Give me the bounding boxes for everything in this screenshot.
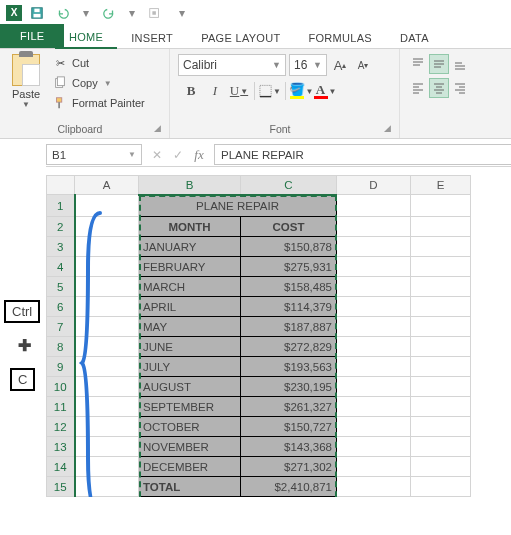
cell-E10[interactable] [411,377,471,397]
cell-D13[interactable] [337,437,411,457]
repeat-button[interactable] [144,2,166,24]
cell-E4[interactable] [411,257,471,277]
decrease-font-button[interactable]: A▾ [353,54,373,76]
cell-D1[interactable] [337,195,411,217]
row-head-14[interactable]: 14 [47,457,75,477]
undo-button[interactable] [52,2,74,24]
cell-D4[interactable] [337,257,411,277]
col-head-D[interactable]: D [337,176,411,195]
cell-E9[interactable] [411,357,471,377]
align-left-button[interactable] [408,78,428,98]
row-head-6[interactable]: 6 [47,297,75,317]
cell-C11[interactable]: $261,327 [241,397,337,417]
cell-E12[interactable] [411,417,471,437]
copy-dropdown-icon[interactable]: ▼ [104,79,112,88]
cell-E7[interactable] [411,317,471,337]
row-head-11[interactable]: 11 [47,397,75,417]
cell-C14[interactable]: $271,302 [241,457,337,477]
align-center-button[interactable] [429,78,449,98]
col-head-B[interactable]: B [139,176,241,195]
qat-customize-icon[interactable]: ▾ [174,6,190,20]
save-button[interactable] [26,2,48,24]
cell-E8[interactable] [411,337,471,357]
cell-E13[interactable] [411,437,471,457]
tab-file[interactable]: FILE [0,24,64,48]
cell-B1[interactable]: PLANE REPAIR [139,195,337,217]
cell-B12[interactable]: OCTOBER [139,417,241,437]
cell-A12[interactable] [75,417,139,437]
cell-D11[interactable] [337,397,411,417]
row-head-8[interactable]: 8 [47,337,75,357]
row-head-9[interactable]: 9 [47,357,75,377]
row-head-10[interactable]: 10 [47,377,75,397]
cell-E3[interactable] [411,237,471,257]
cell-B13[interactable]: NOVEMBER [139,437,241,457]
cell-E14[interactable] [411,457,471,477]
row-head-4[interactable]: 4 [47,257,75,277]
cell-D2[interactable] [337,217,411,237]
cell-C9[interactable]: $193,563 [241,357,337,377]
row-head-13[interactable]: 13 [47,437,75,457]
increase-font-button[interactable]: A▴ [330,54,350,76]
cell-D12[interactable] [337,417,411,437]
cell-B3[interactable]: JANUARY [139,237,241,257]
accept-formula-button[interactable]: ✓ [169,146,187,164]
format-painter-button[interactable]: Format Painter [50,94,147,112]
row-head-15[interactable]: 15 [47,477,75,497]
cell-C6[interactable]: $114,379 [241,297,337,317]
cell-B14[interactable]: DECEMBER [139,457,241,477]
cell-D3[interactable] [337,237,411,257]
row-head-7[interactable]: 7 [47,317,75,337]
clipboard-dialog-launcher[interactable]: ◢ [154,123,161,133]
underline-button[interactable]: U▼ [228,80,250,102]
cell-D8[interactable] [337,337,411,357]
cell-A7[interactable] [75,317,139,337]
cell-B4[interactable]: FEBRUARY [139,257,241,277]
cell-E5[interactable] [411,277,471,297]
cell-A8[interactable] [75,337,139,357]
name-box[interactable]: B1 ▼ [46,144,142,165]
col-head-A[interactable]: A [75,176,139,195]
cell-A2[interactable] [75,217,139,237]
tab-formulas[interactable]: FORMULAS [294,28,386,48]
cell-D15[interactable] [337,477,411,497]
fx-icon[interactable]: fx [190,146,208,164]
cell-A6[interactable] [75,297,139,317]
cell-C3[interactable]: $150,878 [241,237,337,257]
cell-E15[interactable] [411,477,471,497]
tab-page-layout[interactable]: PAGE LAYOUT [187,28,294,48]
undo-dropdown-icon[interactable]: ▾ [78,6,94,20]
cell-A15[interactable] [75,477,139,497]
cell-C4[interactable]: $275,931 [241,257,337,277]
align-right-button[interactable] [450,78,470,98]
font-size-select[interactable]: 16 ▼ [289,54,327,76]
tab-data[interactable]: DATA [386,28,443,48]
formula-input[interactable]: PLANE REPAIR [214,144,511,165]
select-all-corner[interactable] [47,176,75,195]
cell-E2[interactable] [411,217,471,237]
cell-B10[interactable]: AUGUST [139,377,241,397]
cell-E6[interactable] [411,297,471,317]
cell-A10[interactable] [75,377,139,397]
tab-insert[interactable]: INSERT [117,28,187,48]
cell-A11[interactable] [75,397,139,417]
cancel-formula-button[interactable]: ✕ [148,146,166,164]
cell-C10[interactable]: $230,195 [241,377,337,397]
cell-D5[interactable] [337,277,411,297]
cell-C7[interactable]: $187,887 [241,317,337,337]
cell-B7[interactable]: MAY [139,317,241,337]
cell-C2[interactable]: COST [241,217,337,237]
cell-B15[interactable]: TOTAL [139,477,241,497]
cell-A13[interactable] [75,437,139,457]
cell-C5[interactable]: $158,485 [241,277,337,297]
cell-B8[interactable]: JUNE [139,337,241,357]
cell-C8[interactable]: $272,829 [241,337,337,357]
align-bottom-button[interactable] [450,54,470,74]
cell-A5[interactable] [75,277,139,297]
font-name-select[interactable]: Calibri ▼ [178,54,286,76]
cell-B9[interactable]: JULY [139,357,241,377]
cell-C15[interactable]: $2,410,871 [241,477,337,497]
cell-A3[interactable] [75,237,139,257]
col-head-E[interactable]: E [411,176,471,195]
cell-D10[interactable] [337,377,411,397]
